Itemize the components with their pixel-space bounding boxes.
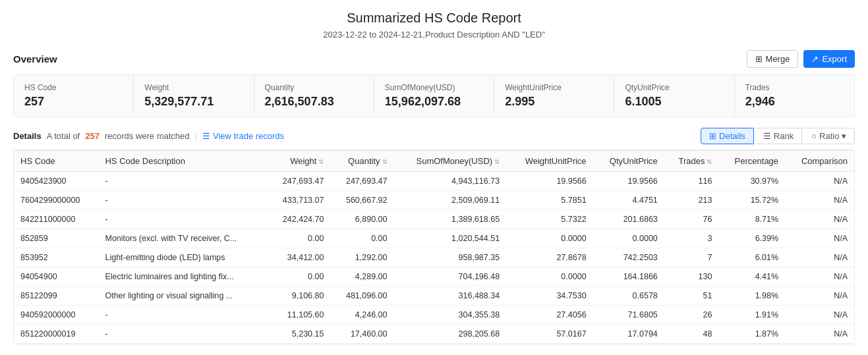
stat-label: HS Code <box>24 83 123 92</box>
rank-icon: ☰ <box>763 131 771 141</box>
col-quantity[interactable]: Quantity⇅ <box>330 151 393 172</box>
stat-label: Weight <box>144 83 243 92</box>
ratio-icon: ○ <box>811 131 817 141</box>
cell-trades: 213 <box>664 191 719 210</box>
cell-sumofmoney-usd-: 316,488.34 <box>394 287 507 306</box>
sort-icon: ⇅ <box>318 158 324 165</box>
stat-label: Quantity <box>265 83 363 92</box>
stat-value: 15,962,097.68 <box>385 95 483 109</box>
cell-sumofmoney-usd-: 704,196.48 <box>394 267 507 287</box>
cell-comparison: N/A <box>785 248 854 267</box>
cell-qtyunitprice: 201.6863 <box>593 210 664 229</box>
view-trade-link[interactable]: ☰ View trade records <box>202 131 284 141</box>
stat-item: SumOfMoney(USD) 15,962,097.68 <box>374 75 494 117</box>
matched-suffix: records were matched <box>105 131 190 141</box>
cell-quantity: 481,096.00 <box>330 287 393 306</box>
table-row[interactable]: 7604299000000-433,713.07560,667.922,509,… <box>14 191 854 210</box>
stat-value: 5,329,577.71 <box>144 95 243 109</box>
cell-percentage: 6.01% <box>718 248 785 267</box>
cell-quantity: 0.00 <box>330 229 393 248</box>
cell-sumofmoney-usd-: 4,943,116.73 <box>394 172 507 191</box>
page-subtitle: 2023-12-22 to 2024-12-21,Product Descrip… <box>13 30 855 40</box>
trade-icon: ☰ <box>202 131 210 141</box>
table-row[interactable]: 851220000019-5,230.1517,460.00298,205.68… <box>14 325 854 344</box>
stat-item: Quantity 2,616,507.83 <box>254 75 374 117</box>
cell-percentage: 6.39% <box>718 229 785 248</box>
cell-weight: 433,713.07 <box>267 191 330 210</box>
sort-icon: ⇅ <box>707 158 712 165</box>
table-row[interactable]: 85122099Other lighting or visual signall… <box>14 287 854 306</box>
cell-sumofmoney-usd-: 304,355.38 <box>394 306 507 325</box>
table-row[interactable]: 853952Light-emitting diode (LED) lamps34… <box>14 248 854 267</box>
cell-hs-code: 94054900 <box>14 267 98 287</box>
cell-trades: 51 <box>664 287 719 306</box>
cell-comparison: N/A <box>785 306 854 325</box>
col-comparison: Comparison <box>785 151 854 172</box>
cell-trades: 76 <box>664 210 719 229</box>
cell-hs-code-description: Other lighting or visual signalling ... <box>98 287 267 306</box>
col-percentage: Percentage <box>718 151 785 172</box>
cell-hs-code-description: - <box>98 210 267 229</box>
cell-quantity: 6,890.00 <box>330 210 393 229</box>
cell-hs-code-description: - <box>98 306 267 325</box>
col-sumofmoney-usd-[interactable]: SumOfMoney(USD)⇅ <box>394 151 507 172</box>
col-trades[interactable]: Trades⇅ <box>664 151 719 172</box>
cell-weight: 5,230.15 <box>267 325 330 344</box>
merge-icon: ⊞ <box>755 54 763 64</box>
cell-sumofmoney-usd-: 298,205.68 <box>394 325 507 344</box>
cell-weight: 242,424.70 <box>267 210 330 229</box>
stat-value: 6.1005 <box>625 95 723 109</box>
cell-hs-code: 851220000019 <box>14 325 98 344</box>
details-label: Details <box>13 131 42 141</box>
col-qtyunitprice: QtyUnitPrice <box>593 151 664 172</box>
cell-weightunitprice: 27.4056 <box>506 306 593 325</box>
cell-comparison: N/A <box>785 229 854 248</box>
merge-button[interactable]: ⊞ Merge <box>747 50 799 68</box>
cell-quantity: 247,693.47 <box>330 172 393 191</box>
divider: | <box>195 131 197 141</box>
cell-sumofmoney-usd-: 1,389,618.65 <box>394 210 507 229</box>
cell-weightunitprice: 5.7851 <box>506 191 593 210</box>
stat-label: SumOfMoney(USD) <box>385 83 483 92</box>
cell-sumofmoney-usd-: 2,509,069.11 <box>394 191 507 210</box>
cell-comparison: N/A <box>785 267 854 287</box>
cell-weight: 34,412.00 <box>267 248 330 267</box>
sort-icon: ⇅ <box>494 158 500 165</box>
cell-qtyunitprice: 742.2503 <box>593 248 664 267</box>
stat-item: HS Code 257 <box>14 75 134 117</box>
cell-hs-code-description: Monitors (excl. with TV receiver, C... <box>98 229 267 248</box>
table-row[interactable]: 842211000000-242,424.706,890.001,389,618… <box>14 210 854 229</box>
sort-icon: ⇅ <box>382 158 388 165</box>
table-row[interactable]: 9405423900-247,693.47247,693.474,943,116… <box>14 172 854 191</box>
tab-ratio[interactable]: ○ Ratio ▾ <box>803 128 855 144</box>
matched-count: 257 <box>85 131 100 141</box>
stat-label: WeightUnitPrice <box>505 83 603 92</box>
data-table-wrapper: HS CodeHS Code DescriptionWeight⇅Quantit… <box>13 150 855 344</box>
table-row[interactable]: 852859Monitors (excl. with TV receiver, … <box>14 229 854 248</box>
cell-weight: 11,105.60 <box>267 306 330 325</box>
cell-weightunitprice: 5.7322 <box>506 210 593 229</box>
stat-value: 2,616,507.83 <box>265 95 363 109</box>
cell-hs-code: 852859 <box>14 229 98 248</box>
stat-label: QtyUnitPrice <box>625 83 723 92</box>
col-hs-code-description: HS Code Description <box>98 151 267 172</box>
cell-weightunitprice: 34.7530 <box>506 287 593 306</box>
cell-hs-code: 842211000000 <box>14 210 98 229</box>
table-row[interactable]: 94054900Electric luminaires and lighting… <box>14 267 854 287</box>
cell-qtyunitprice: 4.4751 <box>593 191 664 210</box>
tab-rank[interactable]: ☰ Rank <box>755 128 802 144</box>
cell-qtyunitprice: 71.6805 <box>593 306 664 325</box>
cell-hs-code-description: - <box>98 325 267 344</box>
cell-weight: 0.00 <box>267 267 330 287</box>
table-row[interactable]: 940592000000-11,105.604,246.00304,355.38… <box>14 306 854 325</box>
tab-details[interactable]: ⊞ Details <box>701 128 754 144</box>
cell-percentage: 8.71% <box>718 210 785 229</box>
cell-percentage: 30.97% <box>718 172 785 191</box>
col-weight[interactable]: Weight⇅ <box>267 151 330 172</box>
col-weightunitprice: WeightUnitPrice <box>506 151 593 172</box>
stat-label: Trades <box>745 83 844 92</box>
cell-trades: 3 <box>664 229 719 248</box>
data-table: HS CodeHS Code DescriptionWeight⇅Quantit… <box>14 150 854 344</box>
export-button[interactable]: ↗ Export <box>803 50 855 68</box>
cell-hs-code: 7604299000000 <box>14 191 98 210</box>
